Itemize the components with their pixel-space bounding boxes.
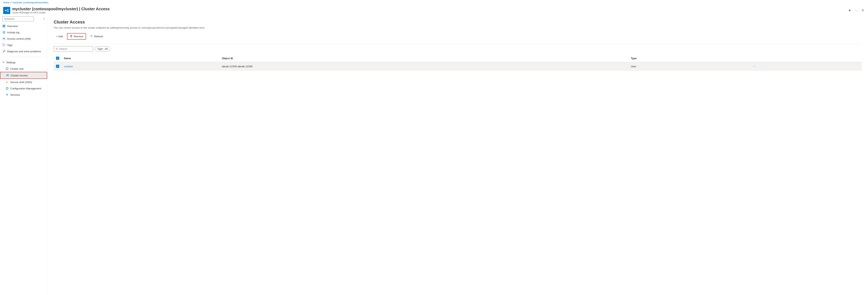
type-filter-label: Type : All (97, 47, 108, 50)
svg-point-21 (6, 82, 7, 83)
sidebar-item-secure-shell-label: Secure shell (SSH) (10, 81, 32, 84)
resize-icon (5, 67, 9, 70)
list-icon (2, 31, 5, 34)
refresh-button-label: Refresh (94, 35, 103, 38)
sidebar-search-box[interactable] (2, 17, 34, 21)
svg-rect-13 (3, 33, 5, 33)
breadcrumb-home[interactable]: Home (3, 1, 9, 4)
content-area: Cluster Access You can control access to… (48, 15, 868, 295)
sidebar-item-diagnose[interactable]: Diagnose and solve problems (0, 48, 47, 55)
chevron-down-icon (2, 61, 5, 64)
sidebar-item-tags[interactable]: Tags (0, 42, 47, 48)
row-ellipsis-button[interactable]: ··· (752, 64, 757, 68)
sidebar-item-config-management[interactable]: Configuration Management (0, 85, 47, 92)
row-object-id-cell: abcde-12345-abcde-12345 (219, 62, 628, 71)
svg-rect-11 (3, 31, 5, 32)
sidebar-item-services-label: Services (10, 93, 20, 96)
svg-line-18 (7, 68, 7, 69)
table-search-box[interactable] (54, 46, 93, 52)
page-title: mycluster (contosopool/mycluster) | Clus… (12, 7, 110, 11)
svg-line-6 (5, 19, 6, 20)
table-header-checkbox[interactable] (54, 55, 62, 62)
sidebar-item-overview[interactable]: Overview (0, 23, 47, 29)
svg-point-27 (6, 94, 7, 95)
sidebar-item-services[interactable]: Services (0, 92, 47, 98)
sidebar-item-activity-log[interactable]: Activity log (0, 29, 47, 35)
row-name-cell: contoso (62, 62, 219, 71)
grid-icon (2, 25, 5, 28)
page-header-text: mycluster (contosopool/mycluster) | Clus… (12, 7, 110, 14)
sidebar-item-diagnose-label: Diagnose and solve problems (7, 50, 41, 53)
filter-bar: Type : All (54, 46, 862, 52)
sidebar-item-cluster-size[interactable]: Cluster size (0, 65, 47, 72)
svg-point-35 (56, 48, 57, 49)
svg-point-14 (3, 38, 4, 38)
refresh-icon (90, 35, 93, 38)
svg-point-15 (4, 38, 5, 39)
add-button[interactable]: + Add (54, 33, 65, 39)
config-icon (5, 87, 9, 90)
row-checkbox-cell[interactable] (54, 62, 62, 71)
wrench-icon (2, 50, 5, 53)
svg-point-16 (3, 45, 4, 45)
cluster-access-icon (6, 74, 9, 77)
sidebar-nav: Overview Activity log Access control (IA… (0, 23, 47, 295)
svg-line-4 (6, 10, 7, 11)
key-icon (5, 81, 9, 84)
svg-rect-9 (3, 26, 4, 27)
svg-rect-10 (4, 26, 5, 27)
breadcrumb-cluster[interactable]: mycluster (contosopool/mycluster) (12, 1, 48, 4)
people-icon (2, 37, 5, 40)
header-actions: ★ ··· ✕ (847, 8, 865, 13)
select-all-checkbox[interactable] (56, 57, 59, 60)
row-actions-cell: ··· (750, 62, 862, 71)
svg-rect-7 (3, 25, 4, 26)
more-button[interactable]: ··· (854, 8, 858, 13)
sidebar-item-access-control[interactable]: Access control (IAM) (0, 35, 47, 42)
content-title: Cluster Access (54, 20, 862, 25)
sidebar-search-container: 《 (0, 15, 47, 23)
svg-rect-26 (6, 88, 8, 89)
table-header-actions (750, 55, 862, 62)
sidebar-item-secure-shell[interactable]: Secure shell (SSH) (0, 79, 47, 85)
main-layout: 《 Overview Activity log (0, 15, 868, 295)
table-row: contoso abcde-12345-abcde-12345 User ··· (54, 62, 862, 71)
svg-point-19 (7, 75, 7, 75)
sidebar-item-tags-label: Tags (7, 43, 12, 47)
tag-icon (2, 43, 5, 47)
sidebar-item-config-management-label: Configuration Management (10, 87, 41, 90)
sidebar-item-cluster-access[interactable]: Cluster Access (0, 72, 47, 79)
content-toolbar: + Add Remove Refresh (54, 33, 862, 40)
svg-rect-8 (4, 25, 5, 26)
sidebar-collapse-button[interactable]: 《 (42, 17, 45, 21)
header-svg-icon (4, 8, 9, 12)
sidebar-item-cluster-size-label: Cluster size (10, 67, 24, 70)
svg-line-36 (57, 49, 58, 50)
sidebar: 《 Overview Activity log (0, 15, 48, 295)
table-search-input[interactable] (59, 47, 91, 50)
favorite-button[interactable]: ★ (847, 8, 852, 13)
sidebar-section-settings-label: Settings (6, 61, 16, 64)
row-name-link[interactable]: contoso (64, 65, 73, 68)
svg-point-1 (7, 9, 8, 10)
table-search-icon (56, 48, 58, 50)
sidebar-section-settings[interactable]: Settings (0, 59, 47, 65)
svg-line-31 (7, 94, 8, 95)
sidebar-search-input[interactable] (6, 18, 32, 20)
svg-point-2 (7, 11, 8, 12)
refresh-button[interactable]: Refresh (88, 33, 106, 39)
table-header-row: Name Object ID Type (54, 55, 862, 62)
services-icon (5, 93, 9, 96)
svg-point-0 (5, 10, 6, 11)
remove-icon (70, 35, 72, 38)
type-filter[interactable]: Type : All (95, 47, 110, 51)
cluster-access-table: Name Object ID Type contoso ab (54, 55, 862, 71)
breadcrumb-sep: > (10, 1, 12, 4)
svg-point-20 (8, 75, 9, 76)
sidebar-item-cluster-access-label: Cluster Access (11, 74, 28, 77)
remove-button[interactable]: Remove (67, 33, 86, 40)
svg-point-29 (7, 95, 7, 96)
row-checkbox[interactable] (56, 65, 59, 68)
page-header: mycluster (contosopool/mycluster) | Clus… (0, 5, 868, 15)
close-button[interactable]: ✕ (861, 8, 865, 13)
